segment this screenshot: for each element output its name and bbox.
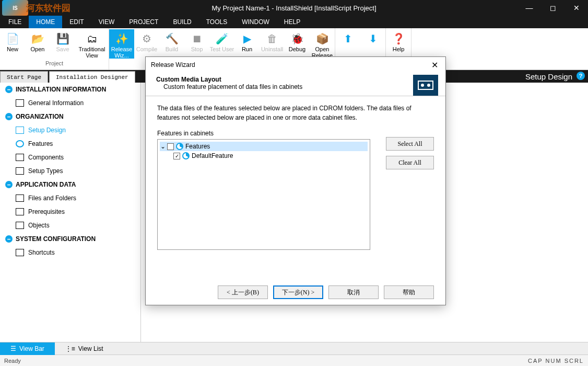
debug-button[interactable]: 🐞Debug — [285, 29, 310, 52]
nav-section[interactable]: –SYSTEM CONFIGURATION — [0, 232, 140, 246]
help-button[interactable]: ❓Help — [386, 29, 411, 52]
dialog-close-button[interactable]: ✕ — [429, 60, 440, 70]
doc-icon — [16, 208, 24, 215]
open-release-button[interactable]: 📦Open Release — [310, 29, 335, 59]
open-button[interactable]: 📂Open — [25, 29, 50, 52]
release-wizard-dialog: Release Wizard ✕ Custom Media Layout Cus… — [145, 56, 446, 305]
media-icon — [413, 75, 438, 96]
window-titlebar: IS 河东软件园 My Project Name-1 - InstallShie… — [0, 0, 588, 16]
features-tree[interactable]: ⌄ Features ✓ DefaultFeature — [157, 139, 370, 250]
open-icon: 📂 — [30, 31, 45, 46]
clear-all-button[interactable]: Clear All — [386, 156, 434, 169]
tree-node-default-feature[interactable]: ✓ DefaultFeature — [160, 151, 368, 161]
nav-item-files-and-folders[interactable]: Files and Folders — [0, 191, 140, 205]
app-logo: IS — [2, 0, 28, 16]
window-title: My Project Name-1 - InstallShield [Insta… — [212, 4, 377, 12]
collapse-icon[interactable]: – — [5, 235, 13, 243]
nav-item-objects[interactable]: Objects — [0, 219, 140, 232]
open-release-icon: 📦 — [315, 31, 330, 46]
traditional-view-button[interactable]: 🗂Traditional View — [75, 29, 109, 59]
new-button[interactable]: 📄New — [0, 29, 25, 52]
nav-section[interactable]: –INSTALLATION INFORMATION — [0, 83, 140, 96]
help-button[interactable]: 帮助 — [384, 285, 434, 299]
minimize-button[interactable]: — — [518, 0, 541, 16]
box-icon — [16, 222, 24, 229]
nav-item-setup-design[interactable]: Setup Design — [0, 123, 140, 137]
tree-checkbox[interactable] — [167, 143, 174, 150]
debug-icon: 🐞 — [290, 31, 304, 46]
doc-icon — [16, 195, 24, 202]
menu-window[interactable]: WINDOW — [234, 16, 277, 28]
window-icon — [16, 99, 24, 107]
cancel-button[interactable]: 取消 — [328, 285, 379, 299]
compile-button: ⚙Compile — [134, 29, 159, 52]
collapse-icon[interactable]: – — [5, 113, 13, 120]
tree-checkbox[interactable]: ✓ — [173, 153, 180, 159]
nav-item-components[interactable]: Components — [0, 151, 140, 164]
pie-icon — [16, 140, 24, 147]
nav-item-shortcuts[interactable]: Shortcuts — [0, 246, 140, 259]
stop-icon: ⏹ — [190, 31, 204, 46]
close-button[interactable]: ✕ — [565, 0, 588, 16]
run-button[interactable]: ▶Run — [234, 29, 260, 52]
status-text: Ready — [4, 358, 21, 364]
dialog-header: Custom Media Layout Custom feature place… — [146, 73, 445, 96]
select-all-button[interactable]: Select All — [386, 137, 434, 151]
gift-icon — [16, 167, 24, 175]
menu-tools[interactable]: TOOLS — [199, 16, 234, 28]
menu-file[interactable]: FILE — [1, 16, 29, 28]
menu-home[interactable]: HOME — [29, 16, 62, 28]
watermark-text: 河东软件园 — [26, 2, 70, 14]
svg-point-1 — [421, 84, 424, 87]
nav-item-features[interactable]: Features — [0, 137, 140, 151]
tree-expand-icon[interactable]: ⌄ — [160, 143, 166, 150]
new-icon: 📄 — [5, 31, 20, 46]
uninstall-icon: 🗑 — [265, 31, 279, 46]
test-user-icon: 🧪 — [215, 31, 229, 46]
grid-icon — [16, 127, 24, 134]
save-button: 💾Save — [50, 29, 75, 52]
tab-installation-designer[interactable]: Installation Designer — [49, 71, 135, 83]
nav-item-prerequisites[interactable]: Prerequisites — [0, 205, 140, 219]
view-bar: ☰View Bar ⋮≡View List — [0, 342, 588, 354]
run-icon: ▶ — [240, 31, 254, 46]
nav-item-general-information[interactable]: General Information — [0, 96, 140, 110]
status-bar: Ready CAP NUM SCRL — [0, 354, 588, 366]
svg-rect-0 — [418, 81, 433, 89]
menu-edit[interactable]: EDIT — [62, 16, 91, 28]
uninstall-button: 🗑Uninstall — [260, 29, 285, 52]
build-icon: 🔨 — [164, 31, 179, 46]
down-button[interactable]: ⬇ — [360, 29, 385, 46]
nav-section[interactable]: –APPLICATION DATA — [0, 178, 140, 191]
collapse-icon[interactable]: – — [5, 86, 13, 93]
nav-section[interactable]: –ORGANIZATION — [0, 110, 140, 123]
back-button[interactable]: < 上一步(B) — [218, 285, 268, 299]
tree-node-label: Features — [185, 143, 210, 150]
help-icon: ❓ — [391, 31, 406, 46]
view-list-button[interactable]: ⋮≡View List — [55, 342, 114, 355]
view-title: Setup Design ? — [519, 70, 588, 83]
view-bar-button[interactable]: ☰View Bar — [0, 342, 55, 355]
tree-node-label: DefaultFeature — [192, 152, 233, 159]
save-icon: 💾 — [55, 31, 70, 46]
dialog-titlebar: Release Wizard ✕ — [146, 57, 445, 73]
test-user-button: 🧪Test User — [209, 29, 234, 52]
maximize-button[interactable]: ◻ — [541, 0, 565, 16]
nav-item-setup-types[interactable]: Setup Types — [0, 164, 140, 178]
release-wizard-icon: ✨ — [114, 31, 129, 46]
up-icon: ⬆ — [340, 31, 355, 46]
menu-view[interactable]: VIEW — [91, 16, 122, 28]
release-wizard-button[interactable]: ✨Release Wiz... — [109, 29, 134, 59]
menu-help[interactable]: HELP — [277, 16, 308, 28]
up-button[interactable]: ⬆ — [335, 29, 360, 46]
menu-project[interactable]: PROJECT — [122, 16, 166, 28]
traditional-view-icon: 🗂 — [85, 31, 99, 46]
menu-bar: FILEHOMEEDITVIEWPROJECTBUILDTOOLSWINDOWH… — [0, 16, 588, 28]
collapse-icon[interactable]: – — [5, 181, 13, 188]
next-button[interactable]: 下一步(N) > — [273, 285, 323, 299]
menu-build[interactable]: BUILD — [166, 16, 198, 28]
tab-start-page[interactable]: Start Page — [0, 71, 48, 83]
dialog-title-text: Release Wizard — [151, 61, 195, 68]
tree-node-features[interactable]: ⌄ Features — [160, 142, 368, 151]
context-help-icon[interactable]: ? — [577, 72, 585, 80]
